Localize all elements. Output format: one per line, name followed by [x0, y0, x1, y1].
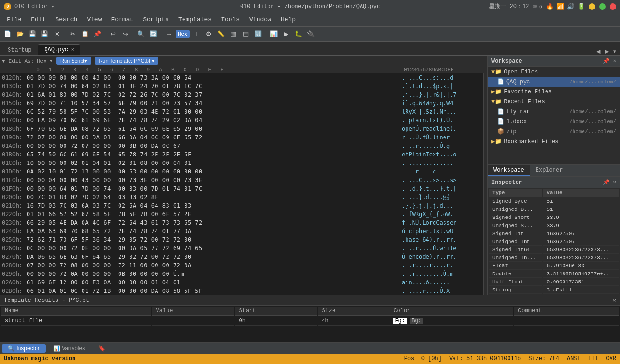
menu-view[interactable]: View	[82, 14, 106, 25]
hex-row-bytes[interactable]: 00 00 00 72 0A 00 00 00 0B 00 00 00 00 Ú…	[27, 270, 398, 278]
hex-row: 0250h:72 62 71 73 6F 5F 36 34 29 05 72 0…	[0, 236, 483, 244]
edit-as-dropdown[interactable]: ▼	[2, 58, 5, 64]
hex-row-bytes[interactable]: 01 6A 01 83 00 7D 02 7C 02 72 26 7C 00 7…	[27, 91, 398, 99]
workspace-tab[interactable]: Workspace	[488, 165, 530, 176]
menu-edit[interactable]: Edit	[26, 14, 50, 25]
run-script-button[interactable]: Run Script▾	[56, 57, 91, 65]
cut-button[interactable]: ✂	[67, 28, 78, 40]
minimize-button[interactable]	[589, 3, 595, 10]
run-button[interactable]: ▶	[280, 28, 292, 40]
tab-nav-menu[interactable]: ▾	[611, 47, 618, 55]
chart-button[interactable]: 📊	[268, 28, 279, 40]
inspector-type: String	[489, 287, 542, 294]
close-button[interactable]	[610, 3, 616, 10]
inspector-pin-button[interactable]: 📌	[603, 179, 610, 185]
variables-tab-button[interactable]: 📊 Variables	[47, 344, 91, 353]
menu-tools[interactable]: Tools	[216, 14, 244, 25]
paste-button[interactable]: 📌	[92, 28, 103, 40]
hex-row-bytes[interactable]: 72 62 71 73 6F 5F 36 34 29 05 72 00 72 7…	[27, 236, 398, 244]
tree-1-docx[interactable]: 📄 1.docx /home/...oblem/	[488, 117, 620, 127]
replace-button[interactable]: 🔄	[148, 28, 159, 40]
menu-templates[interactable]: Templates	[174, 14, 216, 25]
close-file-button[interactable]: ✕	[51, 28, 63, 40]
hex-row-bytes[interactable]: 6F 70 65 6E DA 08 72 65 61 64 6C 69 6E 6…	[27, 125, 398, 133]
hex-row-bytes[interactable]: 6C 52 79 58 5F 7C 00 53 7A 29 03 4E 72 0…	[27, 108, 398, 116]
bottom-close-button[interactable]: ×	[612, 297, 616, 304]
undo-button[interactable]: ↩	[107, 28, 119, 40]
hex-scrollbar[interactable]	[483, 73, 487, 295]
menu-search[interactable]: Search	[50, 14, 82, 25]
calc-button[interactable]: 🔢	[252, 28, 264, 40]
hex-row-bytes[interactable]: 00 FA 09 70 6C 61 69 6E 2E 74 78 74 29 0…	[27, 116, 398, 125]
tab-startup[interactable]: Startup	[2, 45, 37, 55]
maximize-button[interactable]	[599, 3, 606, 10]
run-template-button[interactable]: Run Template: PYC.bt ▾	[95, 57, 158, 65]
menu-window[interactable]: Window	[244, 14, 276, 25]
hex-row-bytes[interactable]: 69 7D 00 71 10 57 34 57 6E 79 00 71 00 7…	[27, 99, 398, 108]
hex-row-bytes[interactable]: 16 7D 03 7C 03 6A 03 7C 02 6A 04 64 83 0…	[27, 201, 398, 210]
tab-nav-left[interactable]: ◀	[594, 47, 602, 55]
workspace-pin-button[interactable]: 📌	[603, 58, 610, 64]
hex-row-bytes[interactable]: 0A 02 10 01 72 13 00 00 00 63 00 00 00 0…	[27, 167, 398, 176]
hex-row-bytes[interactable]: 00 00 00 00 72 07 00 00 00 0B 00 DA 0C 6…	[27, 142, 398, 150]
hex-row-bytes[interactable]: 72 07 00 00 00 00 DA 01 66 DA 04 6C 69 6…	[27, 133, 398, 142]
hex-row-bytes[interactable]: 65 74 50 6C 61 69 6E 54 65 78 74 2E 2E 2…	[27, 150, 398, 159]
plugin-button[interactable]: 🔌	[305, 28, 316, 40]
menu-file[interactable]: File	[2, 14, 26, 25]
tree-open-files[interactable]: ▼📁 Open Files	[488, 67, 620, 77]
hex-row-bytes[interactable]: 07 00 00 72 08 00 00 00 72 11 00 00 00 7…	[27, 261, 398, 270]
find-button[interactable]: 🔍	[135, 28, 147, 40]
menu-scripts[interactable]: Scripts	[138, 14, 174, 25]
redo-button[interactable]: ↪	[120, 28, 131, 40]
hex-row-bytes[interactable]: 10 00 00 00 02 01 04 01 02 01 08 00 00 0…	[27, 159, 398, 167]
hex-row-bytes[interactable]: 01 7D 00 74 00 64 02 83 01 8F 24 70 01 7…	[27, 82, 398, 91]
open-button[interactable]: 📂	[14, 28, 26, 40]
table-button[interactable]: ▤	[240, 28, 251, 40]
inspector-tab-button[interactable]: 🔍 Inspector	[2, 344, 46, 353]
save-button[interactable]: 💾	[27, 28, 38, 40]
format-button[interactable]: ⚙	[203, 28, 214, 40]
tree-bookmarked-files[interactable]: ▶📁 Bookmarked Files	[488, 136, 620, 146]
inspector-close-button[interactable]: ×	[613, 179, 616, 185]
menu-format[interactable]: Format	[106, 14, 138, 25]
tab-qaq-pyc[interactable]: QAQ.pyc ×	[38, 44, 80, 55]
hex-row-bytes[interactable]: 00 00 09 00 00 00 43 00 00 00 73 3A 00 0…	[27, 73, 398, 82]
new-button[interactable]: 📄	[2, 28, 13, 40]
app-dropdown[interactable]: ▾	[51, 3, 55, 9]
col-name: Name	[1, 307, 151, 316]
hex-row-bytes[interactable]: 61 69 6E 12 00 00 F3 0A 00 00 00 01 04 0…	[27, 278, 398, 287]
inspector-type: Double	[489, 271, 542, 278]
inspector-type: Signed Byte	[489, 198, 542, 205]
goto-button[interactable]: →	[163, 28, 175, 40]
workspace-close-button[interactable]: ×	[613, 58, 616, 64]
hex-row-bytes[interactable]: 00 7C 01 83 02 7D 02 64 03 83 02 8F	[27, 193, 398, 201]
hex-row-bytes[interactable]: FA 0A 63 69 70 68 65 72 2E 74 78 74 01 7…	[27, 227, 398, 236]
hex-row-bytes[interactable]: 66 29 05 4E DA 0A 4C 6F 72 64 43 61 73 7…	[27, 218, 398, 227]
hex-row-bytes[interactable]: 00 00 04 00 00 43 00 00 00 73 3E 00 00 0…	[27, 176, 398, 184]
hex-scroll-area[interactable]: 0120h:00 00 09 00 00 00 43 00 00 00 73 3…	[0, 73, 483, 295]
menu-help[interactable]: Help	[276, 14, 300, 25]
hex-row-bytes[interactable]: 01 01 66 57 52 67 58 5F 7B 5F 7B 00 6F 5…	[27, 210, 398, 218]
tree-qaq-pyc[interactable]: 📄 QAQ.pyc /home/...oblem/	[488, 77, 620, 87]
tree-favorite-files[interactable]: ▶📁 Favorite Files	[488, 87, 620, 97]
hex-row-ascii: ain....ó......	[398, 278, 483, 287]
bookmark-button[interactable]: 🔖	[93, 344, 111, 353]
grid-button[interactable]: ▦	[228, 28, 239, 40]
tree-zip[interactable]: 📦 zip /home/...oblem/	[488, 127, 620, 136]
copy-button[interactable]: 📋	[79, 28, 91, 40]
explorer-tab[interactable]: Explorer	[530, 165, 569, 176]
ruler-button[interactable]: 📏	[215, 28, 227, 40]
tree-fly-rar[interactable]: 📄 fly.rar /home/...oblem/	[488, 107, 620, 117]
save-all-button[interactable]: 💾	[39, 28, 50, 40]
hex-row-bytes[interactable]: 00 00 00 64 01 7D 00 74 00 83 00 7D 01 7…	[27, 184, 398, 193]
tab-close-button[interactable]: ×	[71, 47, 74, 53]
hex-row-bytes[interactable]: DA 06 65 6E 63 6F 64 65 29 02 72 00 72 7…	[27, 253, 398, 261]
tab-nav-right[interactable]: ▶	[603, 47, 611, 55]
debug-button[interactable]: 🐛	[293, 28, 304, 40]
hex-row-bytes[interactable]: 06 01 0A 01 0C 01 72 1B 00 00 00 DA 08 5…	[27, 287, 398, 295]
hex-mode-button[interactable]: Hex	[176, 30, 190, 38]
template-result-start: 0h	[235, 317, 317, 326]
text-mode-button[interactable]: T	[191, 28, 202, 40]
tree-recent-files[interactable]: ▼📁 Recent Files	[488, 97, 620, 107]
hex-row-bytes[interactable]: 0C 00 00 00 72 0F 00 00 00 DA 05 77 72 6…	[27, 244, 398, 253]
